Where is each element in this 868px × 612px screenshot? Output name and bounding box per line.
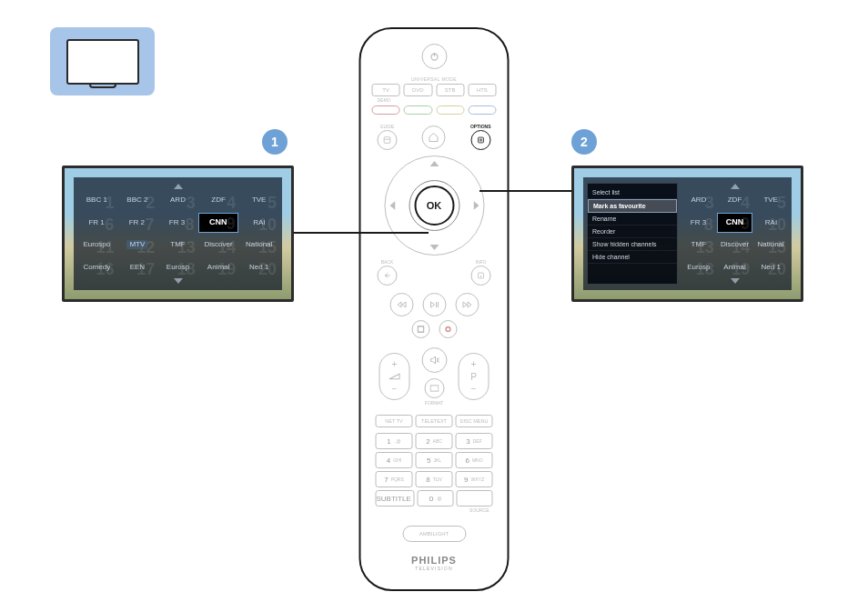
channel-cell[interactable]: 19Animal	[199, 257, 238, 278]
rewind-button[interactable]	[389, 293, 413, 316]
color-button-red[interactable]	[372, 105, 400, 115]
channel-cell[interactable]: 11Eurospo	[77, 235, 116, 256]
keypad-key[interactable]: SUBTITLE	[376, 490, 415, 507]
options-menu-item[interactable]: Mark as favourite	[588, 199, 677, 213]
channel-cell[interactable]: 3ARD	[681, 190, 716, 211]
channel-cell[interactable]: 8FR 3	[681, 213, 715, 234]
channel-cell[interactable]: 18Eurosp	[681, 257, 716, 278]
function-button[interactable]: DISC MENU	[456, 415, 493, 427]
channel-cell[interactable]: 14Discover	[199, 235, 238, 256]
keypad-key[interactable]: 5JKL	[416, 452, 453, 468]
channel-cell[interactable]: 14Discover	[718, 235, 752, 256]
channel-label: ZDF	[211, 196, 226, 204]
grid-arrow-up	[681, 183, 788, 190]
keypad-key[interactable]: 7PQRS	[376, 471, 413, 487]
keypad-key[interactable]: 3DEF	[456, 433, 493, 449]
program-up-icon: +	[471, 359, 477, 369]
channel-number: 5	[267, 194, 277, 211]
options-menu-item[interactable]: Rename	[588, 213, 677, 226]
function-button[interactable]: TELETEXT	[416, 415, 453, 427]
tv-icon-panel	[50, 27, 155, 95]
channel-cell[interactable]: 3ARD	[158, 190, 197, 211]
play-pause-button[interactable]	[422, 293, 446, 316]
channel-cell[interactable]: 15National	[239, 235, 278, 256]
color-button-yellow[interactable]	[436, 105, 464, 115]
channel-label: Eurosp	[167, 264, 189, 271]
program-rocker[interactable]: + P −	[459, 353, 490, 400]
stop-button[interactable]	[411, 320, 429, 338]
channel-number: 4	[741, 194, 750, 211]
channel-cell[interactable]: 16Comedy	[77, 257, 116, 278]
channel-cell[interactable]: 8FR 3	[157, 213, 196, 234]
channel-cell[interactable]: 9CNN	[198, 213, 238, 234]
record-button[interactable]	[439, 320, 457, 338]
keypad-key[interactable]: 2ABC	[416, 433, 453, 449]
channel-cell[interactable]: 4ZDF	[718, 190, 752, 211]
channel-cell[interactable]: 18Eurosp	[158, 257, 197, 278]
grid-arrow-down	[681, 277, 788, 285]
channel-label: Animal	[207, 264, 229, 271]
channel-cell[interactable]: 6FR 1	[77, 213, 116, 234]
channel-cell[interactable]: 5TVE	[753, 190, 788, 211]
color-button-blue[interactable]	[468, 105, 496, 115]
ambilight-button[interactable]: AMBILIGHT	[402, 526, 466, 542]
keypad-key[interactable]: 9WXYZ	[456, 471, 493, 487]
mode-button-hts[interactable]: HTS	[468, 84, 496, 96]
mode-button-dvd[interactable]: DVD	[404, 84, 432, 96]
keypad-key[interactable]: 6MNO	[456, 452, 493, 468]
channel-label: BBC 2	[126, 196, 147, 204]
mute-button[interactable]	[421, 347, 447, 373]
tv-screen-step1: 1BBC 12BBC 23ARD4ZDF5TVE6FR 17FR 28FR 39…	[62, 166, 294, 302]
back-button[interactable]	[378, 266, 398, 286]
mode-button-stb[interactable]: STB	[436, 84, 464, 96]
keypad-key[interactable]	[457, 490, 493, 507]
channel-number: 7	[145, 216, 154, 233]
channel-cell[interactable]: 9CNN	[717, 213, 752, 234]
options-menu-item[interactable]: Reorder	[588, 226, 677, 238]
channel-cell[interactable]: 7FR 2	[117, 213, 156, 234]
format-button[interactable]	[424, 378, 444, 398]
channel-cell[interactable]: 20Ned 1	[239, 257, 278, 278]
channel-cell[interactable]: 5TVE	[239, 190, 278, 211]
channel-cell[interactable]: 12MTV	[118, 235, 157, 256]
home-button[interactable]	[422, 125, 446, 149]
keypad-key[interactable]: 0.@	[418, 490, 454, 507]
power-button[interactable]	[421, 44, 447, 69]
color-button-green[interactable]	[404, 105, 432, 115]
options-menu-item[interactable]: Show hidden channels	[588, 238, 677, 251]
grid-arrow-up	[77, 183, 278, 190]
channel-cell[interactable]: 1BBC 1	[77, 190, 116, 211]
mode-button-tv[interactable]: TV	[372, 84, 400, 96]
nav-left-icon	[389, 201, 399, 210]
fast-forward-button[interactable]	[455, 293, 479, 316]
keypad-key[interactable]: 8TUV	[416, 471, 453, 487]
channel-cell[interactable]: 10RAI	[240, 213, 278, 234]
keypad-key[interactable]: 1.,@	[376, 433, 413, 449]
channel-cell[interactable]: 19Animal	[718, 257, 752, 278]
info-label: INFO	[476, 259, 487, 265]
channel-cell[interactable]: 13TMF	[158, 235, 197, 256]
channel-cell[interactable]: 2BBC 2	[118, 190, 157, 211]
channel-label: Comedy	[83, 264, 110, 271]
guide-button[interactable]	[378, 130, 398, 150]
volume-rocker[interactable]: + −	[379, 353, 410, 400]
channel-number: 8	[186, 216, 195, 233]
channel-label: FR 3	[169, 219, 185, 226]
channel-cell[interactable]: 13TMF	[681, 235, 716, 256]
channel-label: Eurospo	[83, 241, 110, 248]
channel-label: Animal	[723, 264, 745, 271]
options-button[interactable]	[470, 130, 490, 150]
channel-cell[interactable]: 10RAI	[754, 213, 788, 234]
keypad-key[interactable]: 4GHI	[376, 452, 413, 468]
function-button[interactable]: NET TV	[376, 415, 413, 427]
demo-label: DEMO	[372, 97, 497, 103]
info-button[interactable]	[471, 266, 491, 286]
channel-cell[interactable]: 17EEN	[118, 257, 157, 278]
ok-button[interactable]: OK	[414, 186, 454, 226]
options-menu-item[interactable]: Select list	[588, 186, 677, 199]
navigation-ring[interactable]: OK	[384, 156, 484, 256]
channel-cell[interactable]: 15National	[753, 235, 788, 256]
channel-cell[interactable]: 20Ned 1	[753, 257, 788, 278]
options-menu-item[interactable]: Hide channel	[588, 251, 677, 264]
channel-cell[interactable]: 4ZDF	[199, 190, 238, 211]
